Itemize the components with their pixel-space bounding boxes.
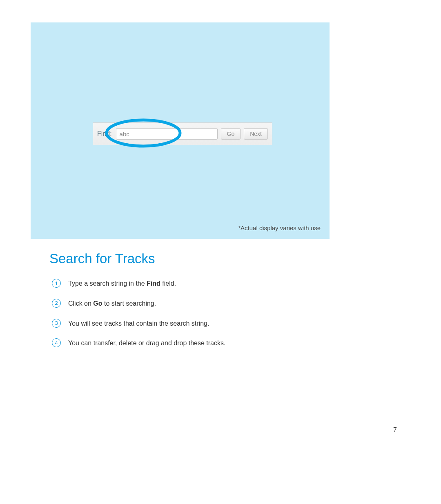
page-number: 7 xyxy=(393,426,397,434)
step-text-bold: Go xyxy=(93,300,102,307)
step-text-pre: You will see tracks that contain the sea… xyxy=(68,320,209,327)
find-label: Find: xyxy=(97,130,112,138)
step-text: You can transfer, delete or drag and dro… xyxy=(68,339,225,348)
step-item: 3 You will see tracks that contain the s… xyxy=(52,320,410,328)
step-text-post: field. xyxy=(160,280,176,287)
step-text: Type a search string in the Find field. xyxy=(68,280,176,288)
go-button[interactable]: Go xyxy=(221,128,241,140)
step-item: 2 Click on Go to start searching. xyxy=(52,300,410,308)
step-text-post: to start searching. xyxy=(102,300,156,307)
steps-list: 1 Type a search string in the Find field… xyxy=(31,280,410,348)
step-number-badge: 3 xyxy=(52,319,61,328)
step-text-pre: You can transfer, delete or drag and dro… xyxy=(68,340,225,346)
step-number-badge: 1 xyxy=(52,279,61,288)
screenshot-caption: *Actual display varies with use xyxy=(238,224,321,231)
step-text-pre: Click on xyxy=(68,300,93,307)
step-text-pre: Type a search string in the xyxy=(68,280,147,287)
step-text: Click on Go to start searching. xyxy=(68,300,156,308)
find-toolbar: Find: Go Next xyxy=(93,122,272,145)
step-number-badge: 2 xyxy=(52,299,61,308)
screenshot-illustration: Find: Go Next *Actual display varies wit… xyxy=(31,22,330,239)
step-item: 4 You can transfer, delete or drag and d… xyxy=(52,339,410,348)
step-text-bold: Find xyxy=(147,280,160,287)
find-input[interactable] xyxy=(116,128,218,140)
section-heading: Search for Tracks xyxy=(31,251,410,266)
next-button[interactable]: Next xyxy=(244,128,268,140)
step-text: You will see tracks that contain the sea… xyxy=(68,320,209,328)
step-item: 1 Type a search string in the Find field… xyxy=(52,280,410,288)
step-number-badge: 4 xyxy=(52,338,61,347)
